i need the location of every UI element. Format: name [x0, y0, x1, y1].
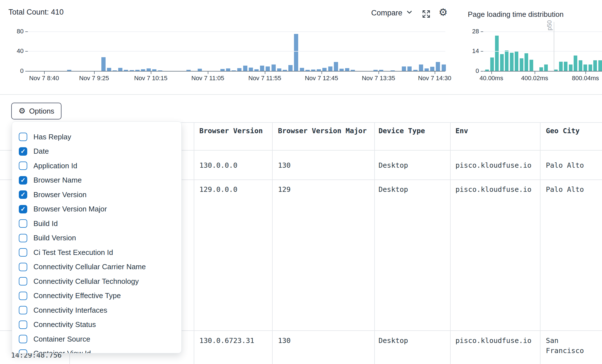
- chart-bar: [288, 65, 293, 71]
- table-border: [374, 122, 375, 364]
- table-border: [540, 122, 541, 364]
- table-cell: San Francisco: [546, 336, 599, 356]
- options-menu-item-label: Build Version: [33, 234, 76, 242]
- compare-label: Compare: [371, 9, 402, 17]
- gridline: [484, 31, 602, 32]
- options-menu-item-label: Application Id: [33, 162, 77, 170]
- chart-bar: [515, 51, 518, 71]
- x-axis-label: Nov 7 14:30: [418, 75, 452, 82]
- table-cell: 130.0.6723.31: [199, 336, 254, 346]
- checkbox-unchecked-icon[interactable]: [19, 219, 27, 228]
- options-menu-item[interactable]: Browser Version: [12, 188, 181, 202]
- checkbox-unchecked-icon[interactable]: [19, 133, 27, 141]
- options-menu-item[interactable]: Connectivity Cellular Technology: [12, 274, 181, 288]
- table-cell: Desktop: [378, 160, 408, 171]
- chart-bar: [510, 53, 514, 71]
- chart-bar: [425, 68, 429, 71]
- table-cell: pisco.kloudfuse.io: [455, 185, 532, 195]
- checkbox-checked-icon[interactable]: [19, 205, 27, 213]
- options-menu-item[interactable]: Connectivity Effective Type: [12, 289, 181, 303]
- options-menu-item[interactable]: Connectivity Status: [12, 318, 181, 332]
- y-axis-tick: [481, 51, 483, 52]
- options-menu-item-label: Browser Version Major: [33, 205, 107, 213]
- chart-bar: [583, 64, 587, 71]
- chart-bar: [574, 56, 577, 71]
- y-axis-label: 14: [462, 47, 479, 55]
- x-axis-label: Nov 7 13:35: [362, 75, 395, 82]
- chart-bar: [559, 62, 563, 71]
- chart-bar: [328, 66, 332, 71]
- y-axis-label: 40: [7, 47, 24, 55]
- chart-bar: [520, 58, 523, 71]
- checkbox-unchecked-icon[interactable]: [19, 248, 27, 257]
- options-menu-item[interactable]: Connectivity Cellular Carrier Name: [12, 260, 181, 274]
- chart-bar: [345, 68, 349, 71]
- y-axis-tick: [25, 51, 28, 52]
- compare-dropdown[interactable]: Compare: [371, 8, 413, 18]
- chart-bar: [249, 68, 253, 71]
- checkbox-checked-icon[interactable]: [19, 147, 27, 156]
- chart-bar: [525, 53, 528, 71]
- checkbox-unchecked-icon[interactable]: [19, 277, 27, 285]
- x-axis-label: 800.04ms: [572, 75, 599, 82]
- chart-bar: [430, 67, 434, 71]
- chart-bar: [490, 57, 494, 71]
- checkbox-checked-icon[interactable]: [19, 190, 27, 199]
- checkbox-unchecked-icon[interactable]: [19, 321, 27, 329]
- x-axis-label: Nov 7 8:40: [29, 75, 59, 82]
- chart-bar: [530, 60, 533, 71]
- options-menu-item[interactable]: Application Id: [12, 159, 181, 173]
- checkbox-unchecked-icon[interactable]: [19, 349, 27, 354]
- chart-bar: [334, 62, 338, 71]
- table-cell: Palo Alto: [546, 160, 599, 171]
- gear-icon: ⚙: [19, 107, 26, 115]
- checkbox-unchecked-icon[interactable]: [19, 263, 27, 271]
- x-axis-label: Nov 7 11:55: [248, 75, 281, 82]
- x-axis-tick: [378, 72, 379, 74]
- x-axis-label: Nov 7 10:15: [134, 75, 168, 82]
- options-menu-item[interactable]: Build Version: [12, 231, 181, 245]
- checkbox-unchecked-icon[interactable]: [19, 234, 27, 242]
- options-menu-item[interactable]: Build Id: [12, 216, 181, 231]
- options-menu-item-label: Container View Id: [33, 349, 91, 353]
- checkbox-unchecked-icon[interactable]: [19, 306, 27, 314]
- options-menu-item-label: Ci Test Test Execution Id: [33, 248, 113, 257]
- chart-bar: [118, 68, 122, 71]
- options-menu-item-label: Has Replay: [33, 133, 71, 141]
- options-menu-item[interactable]: Ci Test Test Execution Id: [12, 245, 181, 259]
- gear-icon[interactable]: ⚙: [439, 7, 448, 18]
- table-cell: Desktop: [378, 185, 408, 195]
- chart-bar: [243, 66, 247, 71]
- options-menu-item-label: Date: [33, 147, 49, 156]
- checkbox-unchecked-icon[interactable]: [19, 162, 27, 170]
- x-axis-tick: [44, 72, 45, 74]
- chart-bar: [272, 64, 276, 71]
- checkbox-unchecked-icon[interactable]: [19, 292, 27, 300]
- checkbox-unchecked-icon[interactable]: [19, 335, 27, 343]
- table-cell: 129.0.0.0: [199, 185, 237, 195]
- x-axis-label: Nov 7 11:05: [191, 75, 224, 82]
- x-axis-tick: [585, 72, 586, 74]
- x-axis-tick: [535, 72, 535, 74]
- options-menu-item[interactable]: Has Replay: [12, 130, 181, 144]
- table-header-cell: Env: [455, 127, 468, 135]
- options-menu-item[interactable]: Container View Id: [12, 347, 181, 354]
- options-button[interactable]: ⚙ Options: [11, 103, 61, 119]
- table-header-cell: Geo City: [546, 127, 580, 135]
- expand-icon[interactable]: [422, 10, 431, 20]
- options-menu-item[interactable]: Browser Name: [12, 173, 181, 187]
- options-menu-item-label: Browser Version: [33, 190, 86, 199]
- y-axis-label: 0: [7, 67, 24, 75]
- chart-bar: [277, 68, 281, 71]
- chart-bar: [260, 66, 264, 71]
- options-dropdown-panel: Has ReplayDateApplication IdBrowser Name…: [12, 121, 182, 353]
- options-menu-item[interactable]: Container Source: [12, 332, 181, 346]
- options-menu-item[interactable]: Connectivity Interfaces: [12, 303, 181, 317]
- options-menu-item[interactable]: Date: [12, 144, 181, 158]
- table-cell: 130: [278, 336, 291, 346]
- chart-bar: [237, 68, 241, 71]
- chart-bar: [220, 69, 225, 71]
- options-menu-item[interactable]: Browser Version Major: [12, 202, 181, 216]
- table-cell: Desktop: [378, 336, 408, 346]
- checkbox-checked-icon[interactable]: [19, 176, 27, 185]
